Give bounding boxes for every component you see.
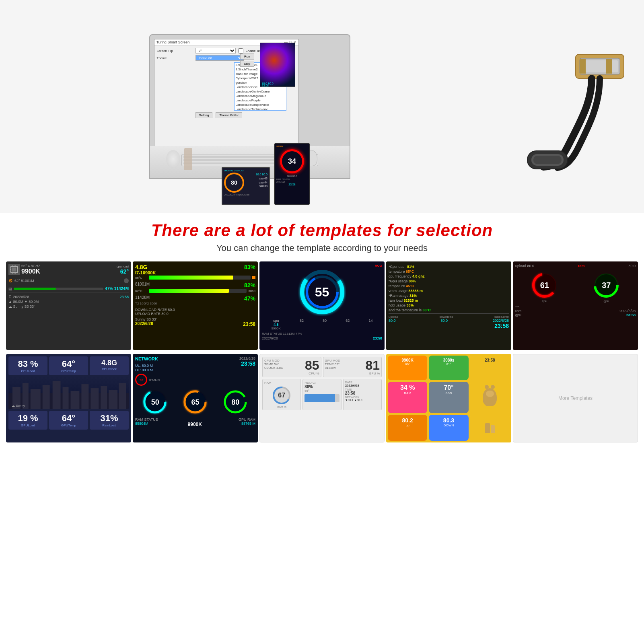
svg-rect-33 bbox=[31, 389, 41, 409]
t8-content: CPU MOD TEMP 54° CLOCK 4.8G 85 CPU % G bbox=[260, 354, 384, 442]
t1-content: 56° 4.8GHZ 9900K cpu load 62° ⚙ 62° 8100… bbox=[6, 261, 131, 350]
t8-hdd-box: HDD C: 88% 55° bbox=[302, 379, 341, 410]
t8-top-pair: CPU MOD TEMP 54° CLOCK 4.8G 85 CPU % G bbox=[262, 357, 382, 377]
t2-storage-row: 11428M 47% T2 16G*2 3000 bbox=[135, 295, 255, 305]
t8-cpu-box: CPU MOD TEMP 54° CLOCK 4.8G 85 CPU % bbox=[262, 357, 321, 377]
usb-cable-area bbox=[483, 0, 644, 213]
t9-ssd-cell: 70° SSD bbox=[429, 382, 468, 413]
t6-cpu-load: 83 % CPULoad bbox=[8, 356, 47, 375]
template-card-empty: More Templates bbox=[513, 354, 638, 442]
empty-label: More Templates bbox=[513, 354, 638, 442]
theme-item[interactable]: LandscapeGantryCrane bbox=[235, 89, 286, 94]
t2-cpu-model: I7-10900K bbox=[135, 270, 255, 275]
t1-fan-row: ⚙ 62° 81001M bbox=[8, 277, 129, 285]
theme-select[interactable]: theme 06 bbox=[195, 55, 244, 61]
template-card-2: 4.8G 83% I7-10900K 56°C 81001M 82% 62°C bbox=[133, 261, 258, 350]
t6-ram-load: 31% RamLoad bbox=[90, 411, 129, 430]
theme-editor-btn[interactable]: Theme Editor bbox=[216, 112, 242, 118]
t9-time-cell: 23:58 bbox=[470, 356, 510, 380]
template-card-4: *Cpu load 81% tempature 65°C cpu frequen… bbox=[386, 261, 511, 350]
svg-rect-42 bbox=[119, 383, 126, 409]
t3-ring-area: 55 bbox=[262, 268, 382, 316]
t2-content: 4.8G 83% I7-10900K 56°C 81001M 82% 62°C bbox=[133, 261, 258, 350]
t1-date-row: 🗓 2022/6/28 23:58 ▲ 80.0M ▼ 80.0M ☁ Sunn… bbox=[8, 295, 129, 309]
t1-cpu-info: 56° 4.8GHZ 9900K bbox=[21, 264, 41, 275]
svg-rect-36 bbox=[63, 387, 69, 409]
t4-vram: vram usage 88888 m bbox=[389, 289, 509, 293]
svg-rect-41 bbox=[109, 390, 117, 409]
t6-content: 83 % CPULoad 64° CPUTemp 4.8G CPUClock bbox=[6, 354, 131, 442]
t5-time-row: gpu 23:58 bbox=[515, 313, 636, 317]
template-card-6: 83 % CPULoad 64° CPUTemp 4.8G CPUClock bbox=[6, 354, 131, 442]
t8-date-box: DATE 2022/6/28 TIME 23:58 NETWORK ▼80.1 … bbox=[343, 379, 382, 410]
theme-item[interactable]: LandscapeTechnology bbox=[235, 107, 286, 111]
svg-rect-35 bbox=[53, 381, 61, 409]
desktop-area: Turing Smart Screen — □ ✕ Screen Flip 0° bbox=[0, 0, 483, 213]
t6-gpu-load: 19 % GPULoad bbox=[8, 411, 47, 430]
theme-label: Theme bbox=[157, 56, 193, 60]
t7-circle-1: 50 bbox=[142, 389, 168, 415]
t4-temp: tempature 65°C bbox=[389, 270, 509, 274]
small-device-1: DIGITAL DISPLAY 80 80.0 80.0 cpu 63 gpu … bbox=[222, 167, 270, 205]
run-button[interactable]: Run bbox=[240, 53, 254, 60]
t8-gpu-box: GPU MOD TEMP 62° 81349M 81 GPU % bbox=[323, 357, 382, 377]
small-device-2: 9900K 34 80.0 80.0 RAM: 000/20% 2021/1/2… bbox=[274, 143, 310, 205]
t3-bottom-stats: cpu4.89900K 82 80 62 14 bbox=[262, 319, 382, 330]
svg-rect-39 bbox=[91, 388, 99, 409]
theme-item[interactable]: LandscapeMagicBlue bbox=[235, 94, 286, 98]
t5-date-row: ram 2022/6/28 bbox=[515, 309, 636, 313]
headline-main: There are a lot of templates for selecti… bbox=[4, 221, 640, 240]
t5-content: upload 80.0 ram 80.0 61 cpu bbox=[513, 261, 638, 350]
template-grid-row2: 83 % CPULoad 64° CPUTemp 4.8G CPUClock bbox=[0, 354, 644, 446]
t8-ram-box: RAM 67 RAM % bbox=[262, 379, 301, 410]
t7-circles-row: 50 65 bbox=[135, 389, 255, 415]
t3-content: ROG 55 cpu4.89900K 8 bbox=[259, 261, 385, 350]
t4-gpu-usage: *Gpu usage 80% bbox=[389, 279, 509, 283]
theme-item[interactable]: LandscapePurple bbox=[235, 98, 286, 103]
headline-sub: You can change the template according to… bbox=[4, 243, 640, 253]
t9-ram-cell: 34 % RAM bbox=[388, 382, 427, 413]
t2-net-row: DOWNLOAD RATE 80.0 UPLOAD RATE 80.0 bbox=[135, 308, 255, 316]
svg-rect-2 bbox=[582, 60, 618, 72]
t2-mem-row: 81001M 82% 62°C 3060 bbox=[135, 282, 255, 293]
t5-circles-grid: 61 cpu 37 gpu bbox=[515, 271, 636, 303]
t4-freq: cpu frequency 4.8 ghz bbox=[389, 274, 509, 278]
svg-rect-34 bbox=[43, 385, 50, 409]
template-card-9: 9900K 60° 3080s 81° 23:58 34 % RAM 70° bbox=[386, 354, 511, 442]
screen-flip-select[interactable]: 0° bbox=[195, 48, 236, 53]
svg-rect-4 bbox=[606, 59, 612, 74]
t9-content: 9900K 60° 3080s 81° 23:58 34 % RAM 70° bbox=[386, 354, 511, 442]
t5-gpu-ring: 37 gpu bbox=[577, 271, 636, 303]
t9-grid: 9900K 60° 3080s 81° 23:58 34 % RAM 70° bbox=[388, 356, 510, 441]
t7-circle-3: 80 bbox=[222, 389, 249, 415]
t4-ram-load: ram load 82525 m bbox=[389, 298, 509, 302]
stop-button[interactable]: Stop bbox=[240, 61, 254, 67]
t6-cpu-clock: 4.8G CPUClock bbox=[90, 356, 129, 375]
enable-text-bg-checkbox[interactable] bbox=[238, 48, 243, 53]
svg-rect-3 bbox=[580, 59, 586, 74]
t9-figure-cell bbox=[470, 382, 510, 413]
sw-title: Turing Smart Screen bbox=[156, 40, 190, 44]
t2-cpu-row: 4.8G 83% I7-10900K 56°C bbox=[135, 264, 255, 280]
theme-item[interactable]: LandscapeSimpleWhite bbox=[235, 103, 286, 107]
t5-ssd-row: ssd bbox=[515, 305, 636, 308]
template-card-5: upload 80.0 ram 80.0 61 cpu bbox=[513, 261, 638, 350]
t1-ram-row: ▤ 47% 11424M bbox=[8, 285, 129, 292]
svg-rect-7 bbox=[533, 156, 562, 164]
t1-cpu-row: 56° 4.8GHZ 9900K cpu load 62° bbox=[8, 264, 129, 275]
t7-bottom-row: RAM STATUS GPU RAM 85804M 9900K 88765 M bbox=[135, 418, 255, 427]
t6-bottom-grid: 19 % GPULoad 64° GPUTemp 31% RamLoad bbox=[8, 411, 129, 430]
svg-rect-37 bbox=[70, 391, 79, 409]
t3-ram-status: RAM STATUS 11313M 47% bbox=[262, 332, 382, 335]
t7-circle-2: 65 bbox=[182, 389, 208, 415]
t7-datetime: 2022/6/28 23:58 bbox=[239, 356, 255, 386]
template-card-8: CPU MOD TEMP 54° CLOCK 4.8G 85 CPU % G bbox=[259, 354, 385, 442]
template-card-7: NETWORK UL: 80.0 M DL: 80.0 M 4.8 RYZEN … bbox=[133, 354, 258, 442]
t2-date-row: 2022/6/28 23:58 bbox=[135, 321, 255, 327]
setting-btn[interactable]: Setting bbox=[195, 112, 213, 118]
t4-hdd-temp: and the tempature is 33°C bbox=[389, 308, 509, 312]
t4-gpu-temp: tempature 45°C bbox=[389, 284, 509, 288]
headline-section: There are a lot of templates for selecti… bbox=[0, 213, 644, 257]
svg-rect-38 bbox=[81, 384, 88, 409]
t3-main-ring: 55 bbox=[298, 268, 346, 316]
